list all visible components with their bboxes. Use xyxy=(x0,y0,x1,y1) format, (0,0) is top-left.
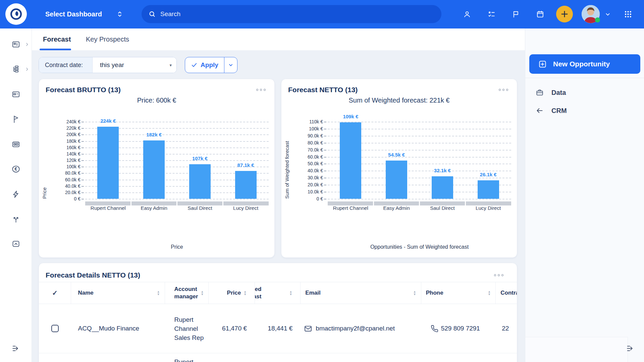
contract-text: 22 xyxy=(502,325,509,332)
price-text: 61,470 € xyxy=(222,325,247,332)
sidebar-item-finance-euro[interactable]: € xyxy=(11,165,20,174)
y-tick-label: 70.0k € xyxy=(280,147,323,153)
svg-text:€: € xyxy=(15,166,17,172)
chart-bar[interactable] xyxy=(143,140,165,199)
sidebar-item-dashboards[interactable] xyxy=(11,40,20,49)
chart-plot: 240k €220k €200k €180k €160k €140k €120k… xyxy=(85,122,269,199)
phone-icon xyxy=(431,325,438,333)
column-header-email[interactable]: Email▲▼ xyxy=(301,282,421,304)
y-tick-label: 100k € xyxy=(280,126,323,131)
plus-icon xyxy=(560,10,569,18)
apps-grid-icon[interactable] xyxy=(624,10,633,19)
sidebar-item-collapse-box[interactable] xyxy=(11,239,20,248)
sidebar-item-routing-split[interactable] xyxy=(11,215,20,224)
panel-footer-area xyxy=(525,337,628,362)
apply-dropdown-button[interactable] xyxy=(224,57,237,73)
sidebar-item-automation[interactable] xyxy=(11,190,20,199)
panel-expand-icon[interactable] xyxy=(626,344,634,353)
sort-arrows-icon[interactable]: ▲▼ xyxy=(264,290,292,296)
sidebar-expand-icon[interactable] xyxy=(11,344,20,353)
tab-forecast[interactable]: Forecast xyxy=(43,28,71,50)
search-icon xyxy=(148,10,156,18)
y-tick-label: 240k € xyxy=(38,119,80,124)
sidebar-chevron-right-icon[interactable] xyxy=(25,42,29,47)
new-opportunity-button[interactable]: New Opportunity xyxy=(529,54,640,74)
sort-arrows-icon[interactable]: ▲▼ xyxy=(488,290,491,296)
x-category-label: Saul Direct xyxy=(420,205,465,211)
kebab-menu-icon[interactable] xyxy=(255,87,267,92)
apply-label: Apply xyxy=(201,61,218,69)
calendar-icon[interactable] xyxy=(536,10,544,18)
email-text[interactable]: bmactimpany2f@cpanel.net xyxy=(316,325,395,332)
sidebar-chevron-right-icon[interactable] xyxy=(25,67,29,71)
table-row[interactable]: Rupert xyxy=(39,353,517,362)
kebab-menu-icon[interactable] xyxy=(497,87,509,92)
sidebar-item-window[interactable] xyxy=(11,90,20,99)
chart-bar[interactable] xyxy=(432,176,453,199)
forecast-details-card: Forecast Details NETTO (13) ✓Name▲▼Accou… xyxy=(39,263,517,362)
column-header-phone[interactable]: Phone▲▼ xyxy=(421,282,496,304)
gridline xyxy=(328,199,511,199)
chart-bar[interactable] xyxy=(386,161,407,199)
select-dashboard-button[interactable]: Select Dashboard xyxy=(45,0,102,28)
table-column-headers: ✓Name▲▼Account manager▲▼Price▲▼Weighted … xyxy=(39,282,517,304)
panel-item-crm[interactable]: CRM xyxy=(535,106,567,115)
quick-add-button[interactable] xyxy=(556,6,573,22)
dashboard-switch-chevrons-icon[interactable] xyxy=(115,10,124,18)
profile-icon[interactable] xyxy=(463,10,471,18)
avatar-chevron-down-icon[interactable] xyxy=(604,11,611,18)
chart-subtitle: Sum of Weighted forecast: 221k € xyxy=(281,97,517,104)
column-header-name[interactable]: Name▲▼ xyxy=(71,282,165,304)
search-input[interactable] xyxy=(160,10,435,18)
chart-bar[interactable] xyxy=(235,171,257,199)
filter-value-dropdown[interactable]: this year ▾ xyxy=(93,57,176,73)
y-tick-label: 10.0k € xyxy=(280,189,323,194)
card-header: Forecast BRUTTO (13) xyxy=(39,79,274,94)
sort-arrows-icon[interactable]: ▲▼ xyxy=(157,290,160,296)
chart-bar[interactable] xyxy=(189,164,211,199)
table-body: ACQ__Mudo FinanceRupert Channel Sales Re… xyxy=(39,304,517,362)
app-logo[interactable] xyxy=(5,3,27,25)
y-tick-label: 110k € xyxy=(280,119,323,124)
kebab-menu-icon[interactable] xyxy=(493,273,505,278)
cell-phone: 529 809 7291 xyxy=(421,304,496,353)
chart-bar[interactable] xyxy=(97,127,119,199)
sidebar-item-panel[interactable] xyxy=(11,140,20,149)
sort-arrows-icon[interactable]: ▲▼ xyxy=(201,290,204,296)
apply-button[interactable]: Apply xyxy=(185,57,224,73)
cell-contract xyxy=(496,353,517,362)
column-label: Weighted forecast xyxy=(255,286,261,300)
column-header-price[interactable]: Price▲▼ xyxy=(209,282,255,304)
sidebar-item-structure[interactable] xyxy=(11,65,20,74)
y-tick-label: 140k € xyxy=(38,151,80,157)
chart-bar[interactable] xyxy=(478,180,499,199)
sort-arrows-icon[interactable]: ▲▼ xyxy=(413,290,416,296)
y-tick-label: 0 € xyxy=(38,196,80,201)
card-header: Forecast NETTO (13) xyxy=(281,79,517,94)
sidebar-item-flag[interactable] xyxy=(11,115,20,124)
row-checkbox[interactable] xyxy=(51,325,59,332)
select-dashboard-label: Select Dashboard xyxy=(45,10,102,18)
y-tick-label: 80.0k € xyxy=(38,170,80,176)
bar-value-label: 182k € xyxy=(134,132,174,137)
flag-icon[interactable] xyxy=(512,10,520,18)
x-category-label: Saul Direct xyxy=(177,205,223,211)
global-search[interactable] xyxy=(142,5,441,23)
y-tick-label: 180k € xyxy=(38,138,80,144)
chart-bar[interactable] xyxy=(340,122,361,199)
panel-divider xyxy=(525,78,644,78)
chevron-down-icon xyxy=(228,62,234,68)
cell-contract: 22 xyxy=(496,304,517,353)
y-tick-label: 20.0k € xyxy=(38,190,80,195)
tab-key-prospects[interactable]: Key Prospects xyxy=(86,28,129,50)
y-tick-label: 100k € xyxy=(38,164,80,169)
contract-date-filter[interactable]: Contract date: this year ▾ xyxy=(39,57,177,73)
panel-item-data[interactable]: Data xyxy=(535,88,566,97)
column-header-weighted_forecast[interactable]: Weighted forecast▲▼ xyxy=(255,282,301,304)
column-header-account_manager[interactable]: Account manager▲▼ xyxy=(165,282,209,304)
sort-arrows-icon[interactable]: ▲▼ xyxy=(244,290,247,296)
table-row[interactable]: ACQ__Mudo FinanceRupert Channel Sales Re… xyxy=(39,304,517,353)
select-all-checkmark-icon[interactable]: ✓ xyxy=(52,289,58,297)
phone-text[interactable]: 529 809 7291 xyxy=(441,325,480,332)
tasks-checklist-icon[interactable] xyxy=(487,10,496,18)
